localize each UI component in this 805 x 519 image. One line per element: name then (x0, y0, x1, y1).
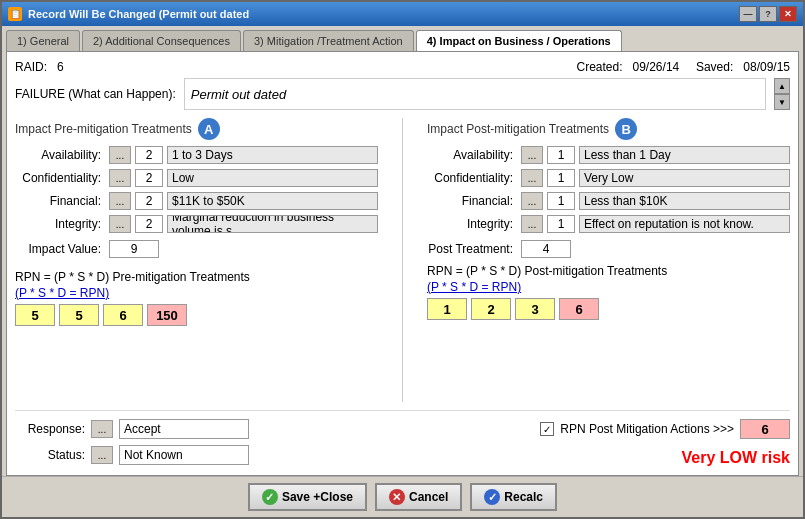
post-financial-row: Financial: ... 1 Less than $10K (427, 192, 790, 210)
post-confidentiality-text: Very Low (579, 169, 790, 187)
post-rpn-label: RPN = (P * S * D) Post-mitigation Treatm… (427, 264, 790, 278)
pre-rpn-d: 6 (103, 304, 143, 326)
post-integrity-num[interactable]: 1 (547, 215, 575, 233)
risk-label: Very LOW risk (682, 449, 791, 467)
post-financial-num[interactable]: 1 (547, 192, 575, 210)
post-mitigation-column: Impact Post-mitigation Treatments B Avai… (427, 118, 790, 402)
post-rpn-d: 3 (515, 298, 555, 320)
scroll-down-button[interactable]: ▼ (774, 94, 790, 110)
post-mitigation-header: Impact Post-mitigation Treatments B (427, 118, 790, 140)
bottom-left: Response: ... Accept Status: ... Not Kno… (15, 419, 403, 465)
pre-availability-label: Availability: (15, 148, 105, 162)
pre-confidentiality-text: Low (167, 169, 378, 187)
two-column-layout: Impact Pre-mitigation Treatments A Avail… (15, 118, 790, 402)
post-availability-browse-button[interactable]: ... (521, 146, 543, 164)
created-label: Created: (576, 60, 622, 74)
failure-label: FAILURE (What can Happen): (15, 87, 176, 101)
post-confidentiality-num[interactable]: 1 (547, 169, 575, 187)
recalc-button[interactable]: ✓ Recalc (470, 483, 557, 511)
pre-integrity-text: Marginal reduction in business volume is… (167, 215, 378, 233)
top-info: RAID: 6 Created: 09/26/14 Saved: 08/09/1… (15, 60, 790, 74)
pre-confidentiality-row: Confidentiality: ... 2 Low (15, 169, 378, 187)
pre-availability-browse-button[interactable]: ... (109, 146, 131, 164)
tab-consequences[interactable]: 2) Additional Consequences (82, 30, 241, 51)
pre-financial-row: Financial: ... 2 $11K to $50K (15, 192, 378, 210)
rpn-post-value: 6 (740, 419, 790, 439)
pre-financial-browse-button[interactable]: ... (109, 192, 131, 210)
raid-label: RAID: (15, 60, 47, 74)
pre-confidentiality-label: Confidentiality: (15, 171, 105, 185)
pre-financial-text: $11K to $50K (167, 192, 378, 210)
post-availability-num[interactable]: 1 (547, 146, 575, 164)
title-bar: 📋 Record Will Be Changed (Permit out dat… (2, 2, 803, 26)
pre-integrity-num[interactable]: 2 (135, 215, 163, 233)
pre-rpn-p: 5 (15, 304, 55, 326)
raid-info: RAID: 6 (15, 60, 64, 74)
minimize-button[interactable]: — (739, 6, 757, 22)
close-button[interactable]: ✕ (779, 6, 797, 22)
window-title: Record Will Be Changed (Permit out dated (28, 8, 249, 20)
pre-rpn-s: 5 (59, 304, 99, 326)
pre-mitigation-column: Impact Pre-mitigation Treatments A Avail… (15, 118, 378, 402)
pre-financial-label: Financial: (15, 194, 105, 208)
content-area: RAID: 6 Created: 09/26/14 Saved: 08/09/1… (6, 51, 799, 476)
post-integrity-browse-button[interactable]: ... (521, 215, 543, 233)
post-integrity-row: Integrity: ... 1 Effect on reputation is… (427, 215, 790, 233)
response-field[interactable]: Accept (119, 419, 249, 439)
saved-value: 08/09/15 (743, 60, 790, 74)
post-rpn-formula[interactable]: (P * S * D = RPN) (427, 280, 790, 294)
pre-rpn-formula[interactable]: (P * S * D = RPN) (15, 286, 378, 300)
failure-value[interactable]: Permit out dated (184, 78, 766, 110)
status-label: Status: (15, 448, 85, 462)
post-integrity-label: Integrity: (427, 217, 517, 231)
pre-availability-text: 1 to 3 Days (167, 146, 378, 164)
pre-availability-num[interactable]: 2 (135, 146, 163, 164)
cancel-icon: ✕ (389, 489, 405, 505)
post-financial-label: Financial: (427, 194, 517, 208)
pre-integrity-row: Integrity: ... 2 Marginal reduction in b… (15, 215, 378, 233)
pre-financial-num[interactable]: 2 (135, 192, 163, 210)
pre-rpn-label: RPN = (P * S * D) Pre-mitigation Treatme… (15, 270, 378, 284)
post-availability-text: Less than 1 Day (579, 146, 790, 164)
pre-integrity-browse-button[interactable]: ... (109, 215, 131, 233)
post-rpn-p: 1 (427, 298, 467, 320)
status-browse-button[interactable]: ... (91, 446, 113, 464)
response-row: Response: ... Accept (15, 419, 403, 439)
cancel-button[interactable]: ✕ Cancel (375, 483, 462, 511)
pre-rpn-section: RPN = (P * S * D) Pre-mitigation Treatme… (15, 270, 378, 326)
pre-impact-value-field[interactable]: 9 (109, 240, 159, 258)
tab-mitigation[interactable]: 3) Mitigation /Treatment Action (243, 30, 414, 51)
tab-impact[interactable]: 4) Impact on Business / Operations (416, 30, 622, 51)
column-divider (402, 118, 403, 402)
scroll-up-button[interactable]: ▲ (774, 78, 790, 94)
response-browse-button[interactable]: ... (91, 420, 113, 438)
post-financial-text: Less than $10K (579, 192, 790, 210)
rpn-post-checkbox-row: ✓ RPN Post Mitigation Actions >>> 6 (540, 419, 790, 439)
post-rpn-s: 2 (471, 298, 511, 320)
rpn-post-checkbox[interactable]: ✓ (540, 422, 554, 436)
pre-rpn-boxes: 5 5 6 150 (15, 304, 378, 326)
main-window: 📋 Record Will Be Changed (Permit out dat… (0, 0, 805, 519)
status-field[interactable]: Not Known (119, 445, 249, 465)
post-financial-browse-button[interactable]: ... (521, 192, 543, 210)
post-mitigation-badge: B (615, 118, 637, 140)
pre-confidentiality-browse-button[interactable]: ... (109, 169, 131, 187)
help-button[interactable]: ? (759, 6, 777, 22)
pre-confidentiality-num[interactable]: 2 (135, 169, 163, 187)
save-close-button[interactable]: ✓ Save +Close (248, 483, 367, 511)
pre-availability-row: Availability: ... 2 1 to 3 Days (15, 146, 378, 164)
raid-value: 6 (57, 60, 64, 74)
post-rpn-boxes: 1 2 3 6 (427, 298, 790, 320)
pre-impact-value-label: Impact Value: (15, 242, 105, 256)
post-availability-label: Availability: (427, 148, 517, 162)
tabs-bar: 1) General 2) Additional Consequences 3)… (2, 26, 803, 51)
tab-general[interactable]: 1) General (6, 30, 80, 51)
window-icon: 📋 (8, 7, 22, 21)
post-confidentiality-browse-button[interactable]: ... (521, 169, 543, 187)
title-bar-buttons: — ? ✕ (739, 6, 797, 22)
post-rpn-section: RPN = (P * S * D) Post-mitigation Treatm… (427, 264, 790, 320)
pre-mitigation-header: Impact Pre-mitigation Treatments A (15, 118, 378, 140)
post-integrity-text: Effect on reputation is not know. (579, 215, 790, 233)
pre-rpn-result: 150 (147, 304, 187, 326)
post-treatment-value[interactable]: 4 (521, 240, 571, 258)
